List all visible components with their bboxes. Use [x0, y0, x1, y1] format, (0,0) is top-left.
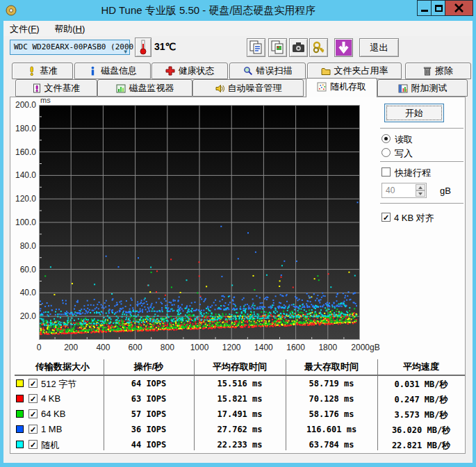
- maximize-icon: [435, 5, 443, 12]
- tab-label: 擦除: [435, 65, 453, 76]
- speed-value: 36.020 MB/秒: [376, 425, 466, 436]
- avg-time-value: 15.516 ms: [195, 379, 285, 388]
- series-label: 4 KB: [41, 393, 60, 404]
- series-checkbox[interactable]: ✓: [28, 409, 38, 418]
- read-radio[interactable]: [381, 134, 391, 143]
- avg-time-value: 27.762 ms: [195, 425, 285, 434]
- minimize-icon: [421, 10, 428, 12]
- series-label: 512 字节: [41, 378, 76, 391]
- folder-usage-icon: [321, 65, 331, 79]
- menu-file[interactable]: 文件(F): [3, 21, 46, 38]
- avg-time-value: 22.233 ms: [195, 440, 285, 450]
- spinner-down-icon[interactable]: [416, 190, 425, 197]
- tab-擦除[interactable]: 擦除: [405, 63, 471, 79]
- iops-value: 63 IOPS: [104, 394, 194, 404]
- scatter-chart: [39, 105, 360, 340]
- y-tick-label: 200.0: [10, 100, 36, 110]
- client-area: 文件(F) 帮助(H) WDC WD20EARX-00PASB0 (2000 g…: [3, 21, 473, 463]
- tab-label: 随机存取: [330, 81, 366, 92]
- spinner-up-icon[interactable]: [416, 184, 425, 190]
- health-icon: [165, 65, 175, 79]
- start-button[interactable]: 开始: [384, 104, 444, 122]
- copy-text-icon: [247, 39, 265, 56]
- update-button[interactable]: [334, 38, 353, 57]
- maximize-button[interactable]: [431, 0, 445, 16]
- y-tick-label: 40.0: [10, 288, 36, 297]
- col-header-iops: 操作/秒: [104, 361, 194, 373]
- max-time-value: 58.719 ms: [286, 379, 377, 388]
- iops-value: 44 IOPS: [104, 440, 194, 450]
- tab-label: 自动噪音管理: [228, 83, 282, 93]
- menu-help[interactable]: 帮助(H): [48, 21, 91, 38]
- license-keys-icon: [310, 39, 327, 56]
- license-keys-button[interactable]: [309, 38, 328, 57]
- series-color-swatch: [16, 379, 24, 387]
- speed-value: 0.031 MB/秒: [376, 379, 466, 391]
- aam-icon: [215, 82, 224, 97]
- disk-monitor-icon: [116, 82, 126, 97]
- short-stroke-input[interactable]: 40: [381, 183, 427, 198]
- x-tick-label: 1600: [286, 343, 305, 352]
- series-checkbox[interactable]: ✓: [28, 394, 38, 403]
- series-checkbox[interactable]: ✓: [28, 440, 38, 449]
- tab-文件夹占用率[interactable]: 文件夹占用率: [307, 63, 402, 79]
- tab-label: 文件夹占用率: [334, 65, 388, 76]
- series-color-swatch: [16, 425, 24, 433]
- title-bar[interactable]: HD Tune 专业版 5.50 - 硬盘/固态硬盘实用程序: [0, 0, 476, 21]
- x-tick-label: 200: [64, 343, 78, 352]
- drive-select[interactable]: WDC WD20EARX-00PASB0 (2000 gB) ▼: [10, 40, 130, 55]
- tab-label: 错误扫描: [256, 65, 293, 76]
- tab-磁盘监视器[interactable]: 磁盘监视器: [97, 79, 192, 97]
- avg-time-value: 15.821 ms: [195, 394, 285, 404]
- series-label: 64 KB: [41, 409, 65, 419]
- tab-label: 基准: [40, 65, 58, 76]
- separator: [380, 161, 463, 163]
- max-time-value: 58.176 ms: [286, 409, 377, 419]
- col-header-size: 传输数据大小: [24, 361, 101, 373]
- write-label: 写入: [395, 147, 413, 160]
- file-benchmark-icon: [33, 82, 41, 97]
- write-radio[interactable]: [381, 148, 391, 157]
- close-button[interactable]: [445, 0, 473, 16]
- minimize-button[interactable]: [417, 0, 432, 16]
- series-label: 随机: [41, 439, 59, 452]
- y-tick-label: 120.0: [10, 194, 36, 204]
- y-axis-unit: ms: [40, 96, 51, 104]
- copy-image-button[interactable]: [268, 38, 287, 57]
- align-checkbox[interactable]: ✓: [381, 213, 391, 222]
- chevron-down-icon: ▼: [124, 45, 127, 59]
- tab-错误扫描[interactable]: 错误扫描: [229, 63, 306, 79]
- short-stroke-value: 40: [386, 186, 395, 195]
- close-icon: [445, 1, 473, 15]
- radio-dot: [384, 137, 388, 140]
- app-window: HD Tune 专业版 5.50 - 硬盘/固态硬盘实用程序 文件(F) 帮助(…: [0, 0, 476, 467]
- temperature-button[interactable]: [135, 38, 151, 57]
- toolbar: WDC WD20EARX-00PASB0 (2000 gB) ▼ 31℃: [3, 36, 473, 63]
- extra-tests-icon: [398, 82, 408, 97]
- x-tick-label: 800: [161, 343, 174, 352]
- tab-文件基准[interactable]: 文件基准: [15, 79, 97, 97]
- tab-健康状态[interactable]: 健康状态: [151, 63, 228, 79]
- short-stroke-checkbox[interactable]: [381, 167, 391, 177]
- short-stroke-label: 快捷行程: [395, 167, 431, 179]
- tab-随机存取[interactable]: 随机存取: [306, 78, 377, 97]
- copy-text-button[interactable]: [247, 38, 265, 57]
- series-checkbox[interactable]: ✓: [28, 425, 38, 434]
- iops-value: 64 IOPS: [104, 379, 194, 388]
- col-header-avg: 平均存取时间: [194, 361, 286, 373]
- series-checkbox[interactable]: ✓: [28, 379, 38, 388]
- y-tick-label: 180.0: [10, 124, 36, 133]
- y-tick-label: 100.0: [10, 218, 36, 227]
- exit-button[interactable]: 退出: [359, 38, 399, 57]
- tab-磁盘信息[interactable]: 磁盘信息: [74, 63, 151, 79]
- menu-bar: 文件(F) 帮助(H): [3, 21, 473, 36]
- avg-time-value: 17.491 ms: [195, 409, 285, 419]
- tab-自动噪音管理[interactable]: 自动噪音管理: [192, 79, 304, 97]
- copy-image-icon: [269, 39, 286, 56]
- benchmark-icon: [27, 65, 36, 79]
- tab-附加测试[interactable]: 附加测试: [377, 79, 468, 97]
- screenshot-button[interactable]: [289, 38, 308, 57]
- tab-基准[interactable]: 基准: [12, 63, 73, 79]
- align-label: 4 KB 对齐: [394, 212, 434, 224]
- speed-value: 3.573 MB/秒: [376, 409, 466, 421]
